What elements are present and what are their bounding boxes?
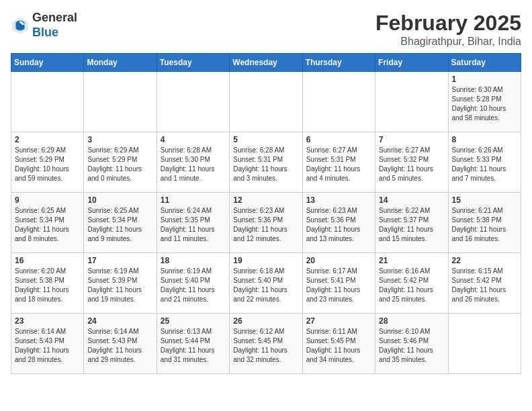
calendar-cell: 23Sunrise: 6:14 AM Sunset: 5:43 PM Dayli… [11,314,84,374]
day-info: Sunrise: 6:24 AM Sunset: 5:35 PM Dayligh… [161,206,226,244]
week-row-1: 1Sunrise: 6:30 AM Sunset: 5:28 PM Daylig… [11,72,521,132]
day-info: Sunrise: 6:19 AM Sunset: 5:39 PM Dayligh… [87,267,152,304]
calendar-cell: 14Sunrise: 6:22 AM Sunset: 5:37 PM Dayli… [375,193,448,253]
calendar-cell: 24Sunrise: 6:14 AM Sunset: 5:43 PM Dayli… [84,314,157,374]
day-number: 7 [379,135,444,144]
day-info: Sunrise: 6:26 AM Sunset: 5:33 PM Dayligh… [452,146,517,183]
day-info: Sunrise: 6:29 AM Sunset: 5:29 PM Dayligh… [87,146,152,183]
day-number: 15 [452,195,517,205]
calendar-cell [157,72,229,132]
calendar-table: SundayMondayTuesdayWednesdayThursdayFrid… [11,53,521,374]
calendar-cell: 12Sunrise: 6:23 AM Sunset: 5:36 PM Dayli… [230,193,302,253]
day-number: 23 [15,316,80,326]
month-year: February 2025 [375,11,521,36]
calendar-cell [230,72,302,132]
weekday-header-sunday: Sunday [11,54,84,72]
day-info: Sunrise: 6:23 AM Sunset: 5:36 PM Dayligh… [233,206,298,244]
day-info: Sunrise: 6:14 AM Sunset: 5:43 PM Dayligh… [87,327,152,365]
calendar-cell: 25Sunrise: 6:13 AM Sunset: 5:44 PM Dayli… [157,314,229,374]
weekday-header-wednesday: Wednesday [230,54,302,72]
day-info: Sunrise: 6:10 AM Sunset: 5:46 PM Dayligh… [379,327,444,365]
day-number: 10 [87,195,152,205]
day-info: Sunrise: 6:13 AM Sunset: 5:44 PM Dayligh… [161,327,226,365]
week-row-4: 16Sunrise: 6:20 AM Sunset: 5:38 PM Dayli… [11,253,521,314]
day-info: Sunrise: 6:14 AM Sunset: 5:43 PM Dayligh… [15,327,80,365]
calendar-cell: 10Sunrise: 6:25 AM Sunset: 5:34 PM Dayli… [84,193,157,253]
day-number: 17 [87,256,152,265]
calendar-cell: 6Sunrise: 6:27 AM Sunset: 5:31 PM Daylig… [302,132,375,193]
day-info: Sunrise: 6:12 AM Sunset: 5:45 PM Dayligh… [233,327,298,365]
weekday-header-friday: Friday [375,54,448,72]
calendar-cell: 1Sunrise: 6:30 AM Sunset: 5:28 PM Daylig… [448,72,521,132]
weekday-header-saturday: Saturday [448,54,521,72]
calendar-cell: 21Sunrise: 6:16 AM Sunset: 5:42 PM Dayli… [375,253,448,314]
day-number: 21 [379,256,444,265]
calendar-cell: 3Sunrise: 6:29 AM Sunset: 5:29 PM Daylig… [84,132,157,193]
day-number: 20 [306,256,371,265]
day-info: Sunrise: 6:25 AM Sunset: 5:34 PM Dayligh… [15,206,80,244]
day-number: 24 [87,316,152,326]
calendar-cell: 18Sunrise: 6:19 AM Sunset: 5:40 PM Dayli… [157,253,229,314]
calendar-cell: 9Sunrise: 6:25 AM Sunset: 5:34 PM Daylig… [11,193,84,253]
day-info: Sunrise: 6:19 AM Sunset: 5:40 PM Dayligh… [161,267,226,304]
day-info: Sunrise: 6:28 AM Sunset: 5:30 PM Dayligh… [161,146,226,183]
day-info: Sunrise: 6:27 AM Sunset: 5:32 PM Dayligh… [379,146,444,183]
day-info: Sunrise: 6:15 AM Sunset: 5:42 PM Dayligh… [452,267,517,304]
calendar-cell [302,72,375,132]
page-header: General Blue February 2025 Bhagirathpur,… [11,11,521,48]
calendar-cell: 2Sunrise: 6:29 AM Sunset: 5:29 PM Daylig… [11,132,84,193]
day-number: 28 [379,316,444,326]
day-info: Sunrise: 6:17 AM Sunset: 5:41 PM Dayligh… [306,267,371,304]
logo-text: General Blue [32,11,77,40]
day-number: 26 [233,316,298,326]
day-info: Sunrise: 6:23 AM Sunset: 5:36 PM Dayligh… [306,206,371,244]
calendar-cell: 15Sunrise: 6:21 AM Sunset: 5:38 PM Dayli… [448,193,521,253]
weekday-header-tuesday: Tuesday [157,54,229,72]
week-row-5: 23Sunrise: 6:14 AM Sunset: 5:43 PM Dayli… [11,314,521,374]
calendar-cell [448,314,521,374]
day-info: Sunrise: 6:29 AM Sunset: 5:29 PM Dayligh… [15,146,80,183]
calendar-cell: 22Sunrise: 6:15 AM Sunset: 5:42 PM Dayli… [448,253,521,314]
day-number: 2 [15,135,80,144]
day-info: Sunrise: 6:27 AM Sunset: 5:31 PM Dayligh… [306,146,371,183]
day-number: 27 [306,316,371,326]
calendar-cell: 4Sunrise: 6:28 AM Sunset: 5:30 PM Daylig… [157,132,229,193]
day-info: Sunrise: 6:20 AM Sunset: 5:38 PM Dayligh… [15,267,80,304]
calendar-cell [11,72,84,132]
logo-icon [11,16,30,35]
calendar-cell: 13Sunrise: 6:23 AM Sunset: 5:36 PM Dayli… [302,193,375,253]
calendar-cell: 26Sunrise: 6:12 AM Sunset: 5:45 PM Dayli… [230,314,302,374]
weekday-header-thursday: Thursday [302,54,375,72]
day-number: 3 [87,135,152,144]
title-section: February 2025 Bhagirathpur, Bihar, India [375,11,521,48]
day-number: 11 [161,195,226,205]
day-info: Sunrise: 6:22 AM Sunset: 5:37 PM Dayligh… [379,206,444,244]
weekday-header-row: SundayMondayTuesdayWednesdayThursdayFrid… [11,54,521,72]
day-number: 22 [452,256,517,265]
day-number: 14 [379,195,444,205]
calendar-cell: 19Sunrise: 6:18 AM Sunset: 5:40 PM Dayli… [230,253,302,314]
logo: General Blue [11,11,77,40]
day-number: 13 [306,195,371,205]
calendar-cell: 16Sunrise: 6:20 AM Sunset: 5:38 PM Dayli… [11,253,84,314]
day-number: 8 [452,135,517,144]
day-number: 18 [161,256,226,265]
calendar-cell: 11Sunrise: 6:24 AM Sunset: 5:35 PM Dayli… [157,193,229,253]
calendar-cell: 20Sunrise: 6:17 AM Sunset: 5:41 PM Dayli… [302,253,375,314]
day-number: 16 [15,256,80,265]
calendar-cell: 8Sunrise: 6:26 AM Sunset: 5:33 PM Daylig… [448,132,521,193]
day-number: 19 [233,256,298,265]
day-number: 6 [306,135,371,144]
day-info: Sunrise: 6:18 AM Sunset: 5:40 PM Dayligh… [233,267,298,304]
calendar-body: 1Sunrise: 6:30 AM Sunset: 5:28 PM Daylig… [11,72,521,374]
calendar-cell [84,72,157,132]
calendar-cell: 5Sunrise: 6:28 AM Sunset: 5:31 PM Daylig… [230,132,302,193]
day-info: Sunrise: 6:21 AM Sunset: 5:38 PM Dayligh… [452,206,517,244]
calendar-cell: 17Sunrise: 6:19 AM Sunset: 5:39 PM Dayli… [84,253,157,314]
day-info: Sunrise: 6:16 AM Sunset: 5:42 PM Dayligh… [379,267,444,304]
location: Bhagirathpur, Bihar, India [375,36,521,48]
day-number: 1 [452,75,517,84]
day-number: 9 [15,195,80,205]
week-row-2: 2Sunrise: 6:29 AM Sunset: 5:29 PM Daylig… [11,132,521,193]
calendar-cell: 28Sunrise: 6:10 AM Sunset: 5:46 PM Dayli… [375,314,448,374]
